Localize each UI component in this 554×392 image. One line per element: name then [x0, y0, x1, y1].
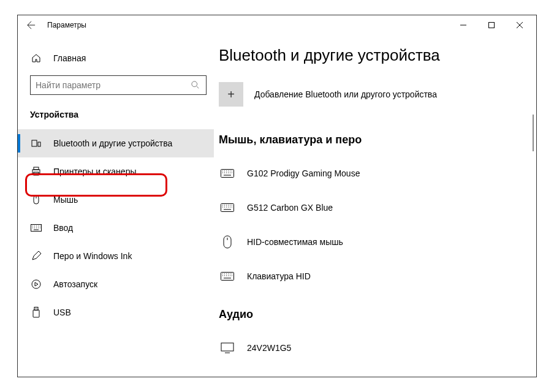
sidebar-item-label: Перо и Windows Ink: [53, 251, 132, 261]
svg-rect-12: [221, 170, 234, 178]
device-label: G512 Carbon GX Blue: [247, 203, 333, 213]
search-field[interactable]: [36, 80, 191, 90]
sidebar-item-autoplay[interactable]: Автозапуск: [18, 270, 214, 298]
svg-rect-15: [221, 273, 234, 281]
svg-rect-2: [32, 140, 37, 146]
autoplay-icon: [31, 279, 41, 289]
device-row[interactable]: G102 Prodigy Gaming Mouse: [214, 156, 536, 190]
device-row[interactable]: Клавиатура HID: [214, 259, 536, 293]
sidebar-item-label: Bluetooth и другие устройства: [53, 138, 172, 148]
svg-point-9: [32, 280, 40, 288]
minimize-button[interactable]: [449, 15, 477, 35]
sidebar-item-label: Мышь: [53, 195, 78, 205]
sidebar-home[interactable]: Главная: [18, 47, 214, 69]
svg-rect-0: [489, 23, 495, 28]
keyboard-icon: [221, 272, 234, 281]
svg-rect-13: [221, 204, 234, 212]
sidebar-item-mouse[interactable]: Мышь: [18, 186, 214, 214]
keyboard-icon: [31, 224, 42, 232]
keyboard-icon: [221, 169, 234, 178]
device-row[interactable]: G512 Carbon GX Blue: [214, 190, 536, 225]
sidebar-item-printers[interactable]: Принтеры и сканеры: [18, 157, 214, 186]
mouse-icon: [31, 195, 41, 205]
device-label: G102 Prodigy Gaming Mouse: [247, 168, 360, 178]
page-title: Bluetooth и другие устройства: [214, 46, 536, 82]
maximize-icon: [488, 22, 495, 28]
sidebar-item-usb[interactable]: USB: [18, 298, 214, 326]
maximize-button[interactable]: [477, 15, 506, 35]
back-button[interactable]: [20, 15, 42, 35]
usb-icon: [32, 307, 40, 318]
sidebar-item-label: Автозапуск: [53, 279, 97, 289]
sidebar-item-pen[interactable]: Перо и Windows Ink: [18, 242, 214, 270]
minimize-icon: [460, 22, 466, 28]
add-device-button[interactable]: + Добавление Bluetooth или другого устро…: [214, 82, 536, 134]
device-label: Клавиатура HID: [247, 271, 311, 281]
device-row[interactable]: HID-совместимая мышь: [214, 225, 536, 259]
sidebar-section-header: Устройства: [18, 104, 214, 129]
sidebar-item-label: Принтеры и сканеры: [53, 167, 136, 176]
keyboard-icon: [221, 203, 234, 212]
search-icon: [191, 81, 201, 89]
arrow-left-icon: [27, 21, 36, 29]
svg-rect-4: [34, 167, 39, 170]
pen-icon: [31, 251, 41, 261]
device-row[interactable]: 24V2W1G5: [214, 331, 536, 365]
mouse-icon: [222, 235, 232, 249]
group-title-audio: Аудио: [214, 308, 536, 331]
devices-icon: [31, 138, 41, 148]
main-panel: Bluetooth и другие устройства + Добавлен…: [214, 35, 536, 377]
sidebar-item-label: Ввод: [53, 223, 73, 233]
search-input[interactable]: [30, 75, 207, 95]
device-label: 24V2W1G5: [247, 343, 291, 353]
sidebar-item-label: USB: [53, 307, 71, 317]
group-title-input: Мышь, клавиатура и перо: [214, 134, 536, 156]
svg-rect-11: [33, 310, 39, 317]
sidebar-item-typing[interactable]: Ввод: [18, 214, 214, 242]
close-icon: [517, 22, 523, 28]
sidebar: Главная Устройства Bluetooth и другие ус…: [18, 35, 214, 377]
plus-icon: +: [219, 82, 243, 107]
titlebar: Параметры: [18, 15, 536, 35]
home-icon: [31, 53, 41, 63]
scrollbar[interactable]: [533, 115, 534, 151]
add-device-label: Добавление Bluetooth или другого устройс…: [254, 89, 437, 99]
window-title: Параметры: [47, 21, 86, 29]
svg-point-1: [192, 81, 197, 87]
device-label: HID-совместимая мышь: [247, 237, 343, 247]
sidebar-item-bluetooth[interactable]: Bluetooth и другие устройства: [18, 129, 214, 157]
svg-rect-3: [38, 142, 40, 146]
monitor-icon: [221, 342, 234, 353]
printer-icon: [31, 167, 41, 176]
close-button[interactable]: [506, 15, 534, 35]
sidebar-home-label: Главная: [53, 53, 86, 63]
svg-rect-16: [221, 343, 233, 351]
